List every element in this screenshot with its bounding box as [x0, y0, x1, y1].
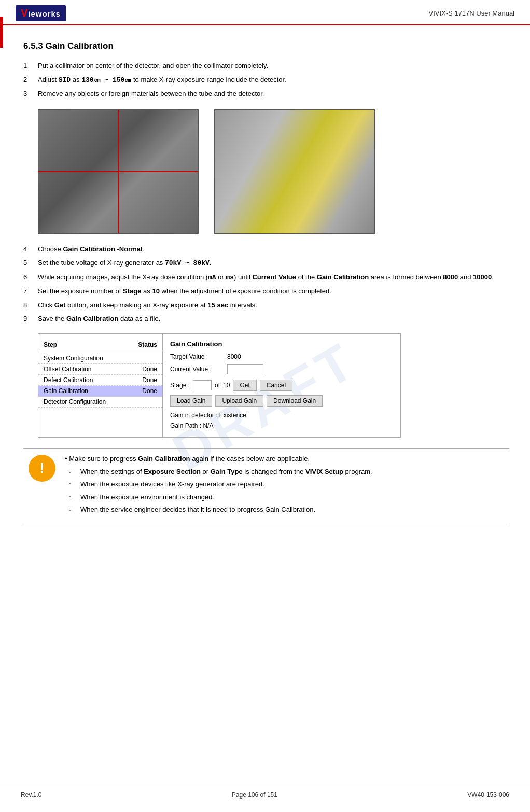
- gain-path-val: N/A: [203, 422, 213, 429]
- step-col-header: Step: [44, 341, 138, 348]
- calib-right-panel: Gain Calibration Target Value : 8000 Cur…: [163, 334, 400, 437]
- step-num: 9: [23, 314, 38, 324]
- gain-path-label: Gain Path :: [170, 422, 201, 429]
- steps-list-2: 4 Choose Gain Calibration -Normal. 5 Set…: [23, 244, 509, 324]
- section-title: Gain Calibration: [46, 41, 114, 51]
- current-value-row: Current Value :: [170, 364, 393, 374]
- get-button[interactable]: Get: [233, 380, 256, 391]
- footer-doc: VW40-153-006: [467, 791, 509, 799]
- download-gain-button[interactable]: Download Gain: [267, 395, 323, 407]
- step-item: 2 Adjust SID as 130㎝ ~ 150㎝ to make X-ra…: [23, 75, 509, 86]
- footer-page: Page 106 of 151: [232, 791, 277, 799]
- page-footer: Rev.1.0 Page 106 of 151 VW40-153-006: [0, 787, 530, 803]
- calib-row-label: Detector Configuration: [44, 398, 157, 405]
- calib-row-system: System Configuration: [38, 353, 162, 364]
- gain-buttons-row: Load Gain Upload Gain Download Gain: [170, 395, 393, 407]
- section-heading: 6.5.3 Gain Calibration: [23, 41, 509, 51]
- step-item: 7 Set the exposure number of Stage as 10…: [23, 286, 509, 297]
- step-text: Put a collimator on center of the detect…: [38, 61, 509, 71]
- calib-row-detector: Detector Configuration: [38, 397, 162, 408]
- calib-row-gain: Gain Calibration Done: [38, 386, 162, 397]
- warning-content: • Make sure to progress Gain Calibration…: [65, 455, 509, 517]
- gain-path-row: Gain Path : N/A: [170, 422, 393, 429]
- step-num: 2: [23, 75, 38, 86]
- stage-label: Stage :: [170, 382, 190, 389]
- step-item: 3 Remove any objects or foreign material…: [23, 89, 509, 99]
- stage-input[interactable]: [193, 380, 212, 390]
- current-value-input[interactable]: [227, 364, 263, 374]
- step-item: 4 Choose Gain Calibration -Normal.: [23, 244, 509, 255]
- footer-rev: Rev.1.0: [21, 791, 41, 799]
- warning-list-item: When the exposure devices like X-ray gen…: [65, 479, 509, 489]
- step-text: Adjust SID as 130㎝ ~ 150㎝ to make X-ray …: [38, 75, 509, 86]
- step-text: While acquiring images, adjust the X-ray…: [38, 272, 509, 283]
- warning-bold: Gain Calibration: [138, 455, 190, 463]
- step-num: 4: [23, 244, 38, 255]
- calib-left-header: Step Status: [38, 339, 162, 351]
- step-num: 8: [23, 300, 38, 311]
- step-text: Choose Gain Calibration -Normal.: [38, 244, 509, 255]
- warning-list-item: When the settings of Exposure Section or…: [65, 467, 509, 477]
- calib-row-status: Done: [142, 366, 157, 373]
- calib-row-status: Done: [142, 387, 157, 395]
- logo: Vieworks: [16, 5, 66, 21]
- section-number: 6.5.3: [23, 41, 43, 51]
- step-item: 5 Set the tube voltage of X-ray generato…: [23, 258, 509, 269]
- step-num: 6: [23, 272, 38, 283]
- calib-row-status: Done: [142, 376, 157, 384]
- collimator-image: [38, 109, 199, 234]
- warning-intro: • Make sure to progress: [65, 455, 138, 463]
- calib-row-defect: Defect Calibration Done: [38, 375, 162, 386]
- calib-row-offset: Offset Calibration Done: [38, 364, 162, 375]
- tape-image: [214, 109, 375, 234]
- step-text: Save the Gain Calibration data as a file…: [38, 314, 509, 324]
- warning-title: • Make sure to progress Gain Calibration…: [65, 455, 509, 463]
- calib-left-panel: Step Status System Configuration Offset …: [38, 334, 163, 437]
- page-header: Vieworks VIVIX-S 1717N User Manual: [0, 0, 530, 25]
- stage-row: Stage : of 10 Get Cancel: [170, 380, 393, 391]
- cancel-button[interactable]: Cancel: [260, 380, 292, 391]
- images-row: [38, 109, 509, 234]
- load-gain-button[interactable]: Load Gain: [170, 395, 212, 407]
- step-item: 8 Click Get button, and keep making an X…: [23, 300, 509, 311]
- calib-right-title: Gain Calibration: [170, 340, 393, 348]
- step-text: Set the exposure number of Stage as 10 w…: [38, 286, 509, 297]
- target-value-label: Target Value :: [170, 353, 227, 360]
- calib-row-label: Offset Calibration: [44, 366, 142, 373]
- header-title: VIVIX-S 1717N User Manual: [429, 9, 514, 17]
- step-num: 7: [23, 286, 38, 297]
- warning-list-item: When the exposure environment is changed…: [65, 492, 509, 502]
- gain-detector-val: Existence: [219, 412, 246, 419]
- logo-box: Vieworks: [16, 5, 66, 21]
- step-num: 1: [23, 61, 38, 71]
- gain-detector-row: Gain in detector : Existence: [170, 412, 393, 419]
- steps-list-1: 1 Put a collimator on center of the dete…: [23, 61, 509, 99]
- warning-list: When the settings of Exposure Section or…: [65, 467, 509, 515]
- calib-row-label: Defect Calibration: [44, 376, 142, 384]
- warning-rest: again if the cases below are applicable.: [190, 455, 310, 463]
- current-value-label: Current Value :: [170, 366, 227, 373]
- status-col-header: Status: [138, 341, 157, 348]
- step-item: 1 Put a collimator on center of the dete…: [23, 61, 509, 71]
- stage-of: of: [215, 382, 220, 389]
- stage-value: 10: [223, 382, 230, 389]
- warning-list-item: When the service engineer decides that i…: [65, 505, 509, 515]
- target-value: 8000: [227, 353, 241, 360]
- step-text: Remove any objects or foreign materials …: [38, 89, 509, 99]
- gain-detector-label: Gain in detector :: [170, 412, 217, 419]
- target-value-row: Target Value : 8000: [170, 353, 393, 360]
- step-text: Set the tube voltage of X-ray generator …: [38, 258, 509, 269]
- warning-box: ! • Make sure to progress Gain Calibrati…: [23, 448, 509, 524]
- step-text: Click Get button, and keep making an X-r…: [38, 300, 509, 311]
- calib-row-label: Gain Calibration: [44, 387, 142, 395]
- warning-icon: !: [29, 455, 55, 482]
- upload-gain-button[interactable]: Upload Gain: [215, 395, 263, 407]
- step-item: 9 Save the Gain Calibration data as a fi…: [23, 314, 509, 324]
- step-item: 6 While acquiring images, adjust the X-r…: [23, 272, 509, 283]
- calibration-ui-box: Step Status System Configuration Offset …: [38, 333, 401, 438]
- calib-row-label: System Configuration: [44, 355, 157, 362]
- step-num: 5: [23, 258, 38, 269]
- step-num: 3: [23, 89, 38, 99]
